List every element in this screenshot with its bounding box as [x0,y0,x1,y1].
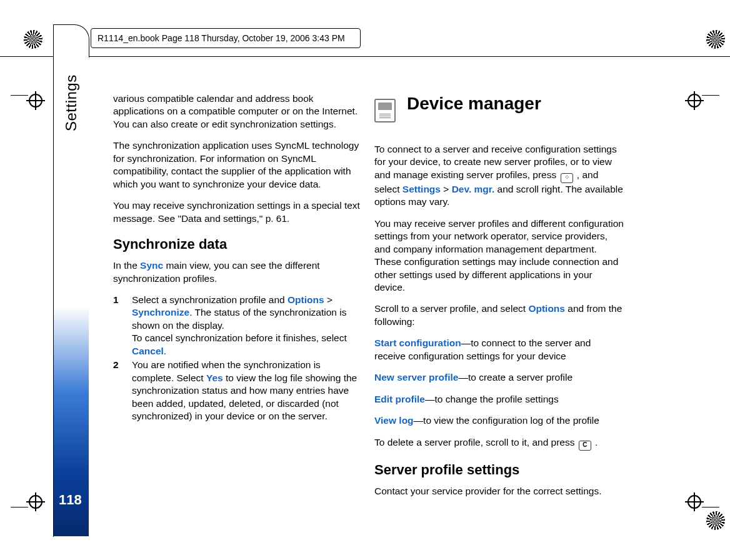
ui-term-edit-profile: Edit profile [374,394,425,404]
paragraph: To connect to a server and receive confi… [374,143,624,209]
option-start-configuration: Start configuration—to connect to the se… [374,337,624,362]
paragraph: To delete a server profile, scroll to it… [374,436,624,451]
ui-term-yes: Yes [206,372,223,383]
ui-term-synchronize: Synchronize [132,307,189,318]
step-1: 1 Select a synchronization profile and O… [113,294,360,358]
c-key-icon: C [579,441,591,451]
text: To cancel synchronization before it fini… [132,332,347,343]
header-text: R1114_en.book Page 118 Thursday, October… [98,33,345,43]
device-manager-heading-row: Device manager [374,92,624,129]
device-manager-icon [374,99,396,122]
ui-term-options: Options [528,303,565,314]
left-column: various compatible calendar and address … [113,92,360,432]
text: . [592,437,598,448]
menu-key-icon: ⁘ [561,173,573,183]
crop-tick [11,95,28,96]
text: —to create a server profile [458,372,572,382]
ui-term-dev-mgr: Dev. mgr. [452,184,495,194]
right-column: Device manager To connect to a server an… [374,92,624,506]
side-tab-border [53,24,89,58]
heading-device-manager: Device manager [407,92,541,116]
crop-register-icon [688,495,701,509]
text: In the [113,260,140,271]
step-number: 2 [113,359,124,422]
ui-term-options: Options [288,294,324,305]
crop-tick [702,95,719,96]
heading-synchronize-data: Synchronize data [113,235,360,253]
paragraph: Contact your service provider for the co… [374,485,624,498]
ui-term-settings: Settings [402,184,441,194]
text: Scroll to a server profile, and select [374,303,528,314]
text: . [164,346,166,356]
ui-term-view-log: View log [374,415,414,426]
step-2: 2 You are notified when the synchronizat… [113,359,360,422]
ui-term-start-configuration: Start configuration [374,338,461,348]
ui-term-new-server-profile: New server profile [374,372,458,382]
paragraph: various compatible calendar and address … [113,92,360,131]
paragraph: The synchronization application uses Syn… [113,139,360,191]
crop-register-icon [29,94,42,108]
crop-sun-icon [706,511,725,530]
steps-list: 1 Select a synchronization profile and O… [113,294,360,423]
step-body: Select a synchronization profile and Opt… [132,294,360,358]
step-number: 1 [113,294,124,358]
crop-register-icon [688,94,701,108]
paragraph: In the Sync main view, you can see the d… [113,259,360,285]
step-body: You are notified when the synchronizatio… [132,359,360,422]
text: To delete a server profile, scroll to it… [374,437,578,448]
option-new-server-profile: New server profile—to create a server pr… [374,371,624,384]
section-label: Settings [62,74,80,131]
manual-page: R1114_en.book Page 118 Thursday, October… [0,0,730,560]
heading-server-profile-settings: Server profile settings [374,461,624,479]
paragraph: You may receive synchronization settings… [113,199,360,225]
text: —to change the profile settings [425,394,559,404]
paragraph: You may receive server profiles and diff… [374,218,624,294]
side-tab-border-left [53,24,54,537]
crop-sun-icon [24,30,42,49]
text: > [324,294,332,305]
crop-register-icon [29,495,42,509]
crop-sun-icon [706,30,725,49]
crop-line-top [0,56,730,57]
crop-tick [11,507,28,508]
option-view-log: View log—to view the configuration log o… [374,414,624,427]
ui-term-sync: Sync [140,260,163,271]
paragraph: Scroll to a server profile, and select O… [374,302,624,328]
crop-tick [702,507,719,508]
page-number: 118 [59,492,82,508]
text: —to view the configuration log of the pr… [414,415,599,426]
page-header-info: R1114_en.book Page 118 Thursday, October… [91,28,361,48]
option-edit-profile: Edit profile—to change the profile setti… [374,393,624,406]
text: Select a synchronization profile and [132,294,288,305]
ui-term-cancel: Cancel [132,346,164,356]
text: > [441,184,452,194]
